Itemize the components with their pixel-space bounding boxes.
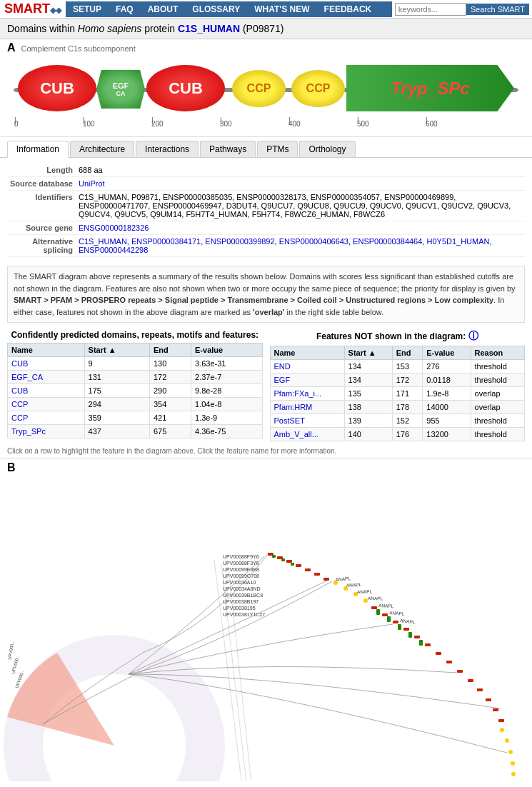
conf-name-link[interactable]: CUB — [11, 359, 28, 368]
conf-table-row[interactable]: CCP2943541.04e-8 — [8, 398, 263, 411]
tab-ptms[interactable]: PTMs — [257, 141, 298, 157]
svg-point-39 — [511, 761, 515, 766]
search-button[interactable]: Search SMART — [466, 4, 529, 15]
ns-table-row[interactable]: END134153276threshold — [270, 360, 525, 374]
ns-name-link[interactable]: Pfam:FXa_i... — [274, 389, 322, 398]
ns-name-link[interactable]: END — [274, 362, 291, 371]
ns-name-link[interactable]: Amb_V_all... — [274, 430, 318, 438]
tab-information[interactable]: Information — [7, 141, 69, 158]
domain-ccp2[interactable]: CCP — [291, 70, 345, 107]
nav-setup[interactable]: SETUP — [66, 1, 109, 17]
section-b-label: B — [7, 461, 16, 474]
alt-splicing-link-3[interactable]: ENSP00000406643 — [279, 237, 348, 246]
ns-end: 171 — [392, 387, 423, 401]
ns-table-row[interactable]: EGF1341720.0118threshold — [270, 374, 525, 387]
svg-rect-21 — [414, 636, 420, 638]
ns-evalue: 0.0118 — [423, 374, 471, 387]
ns-header-name[interactable]: Name — [270, 346, 344, 360]
conf-table-row[interactable]: EGF_CA1311722.37e-7 — [8, 371, 263, 384]
ns-table-row[interactable]: Pfam:HRM13817814000overlap — [270, 401, 525, 414]
confidently-table: Confidently predicted domains, repeats, … — [7, 330, 263, 441]
phylo-labels-group: UPV00088F9Y6 UPV00088F3Y8 UPV00099E8B8 U… — [223, 554, 265, 617]
conf-header-name[interactable]: Name — [8, 344, 85, 357]
svg-rect-34 — [408, 632, 412, 638]
backbone-arrow-right — [515, 88, 519, 92]
conf-header-end[interactable]: End — [149, 344, 191, 357]
domain-track: CUB EGF CA CUB CCP CCP Tryp_SPc — [7, 61, 525, 119]
source-db-link[interactable]: UniProt — [79, 179, 105, 188]
conf-start: 175 — [84, 384, 149, 398]
tick-0: 0 — [14, 120, 19, 128]
domain-egf[interactable]: EGF CA — [96, 70, 145, 109]
alt-splicing-link-5[interactable]: H0Y5D1_HUMAN — [426, 237, 489, 246]
svg-text:ANAPL: ANAPL — [389, 610, 405, 616]
nav-faq[interactable]: FAQ — [109, 1, 141, 17]
tab-architecture[interactable]: Architecture — [70, 141, 134, 157]
not-shown-table-body: END134153276thresholdEGF1341720.0118thre… — [270, 360, 525, 441]
source-db-value: UniProt — [79, 179, 525, 188]
svg-text:ANAPL: ANAPL — [378, 603, 394, 608]
svg-text:ANAPL: ANAPL — [335, 576, 351, 582]
conf-name-link[interactable]: CUB — [11, 386, 28, 395]
ns-header-reason[interactable]: Reason — [471, 346, 524, 360]
ns-end: 178 — [392, 401, 423, 414]
domain-cub1[interactable]: CUB — [18, 65, 96, 111]
domain-ccp1-label: CCP — [247, 82, 271, 95]
svg-point-38 — [508, 750, 513, 754]
ns-evalue: 276 — [423, 360, 471, 374]
ns-header-start[interactable]: Start ▲ — [344, 346, 392, 360]
ns-header-end[interactable]: End — [392, 346, 423, 360]
svg-text:ANAPL: ANAPL — [346, 582, 362, 588]
conf-table-row[interactable]: CUB1752909.8e-28 — [8, 384, 263, 398]
tab-orthology[interactable]: Orthology — [299, 141, 355, 157]
domain-ccp1[interactable]: CCP — [232, 70, 286, 107]
tab-pathways[interactable]: Pathways — [200, 141, 256, 157]
svg-rect-31 — [376, 609, 380, 615]
svg-rect-10 — [272, 555, 276, 558]
ns-name-link[interactable]: EGF — [274, 376, 291, 384]
ns-name-link[interactable]: Pfam:HRM — [274, 403, 313, 411]
ns-name-link[interactable]: PostSET — [274, 416, 305, 425]
ns-start: 139 — [344, 414, 392, 428]
domain-tryp[interactable]: Tryp_SPc — [346, 65, 514, 111]
info-row-alt-splicing: Alternative splicing C1S_HUMAN, ENSP0000… — [7, 235, 525, 257]
nav-feedback[interactable]: FEEDBACK — [317, 1, 379, 17]
ns-reason: threshold — [471, 374, 524, 387]
ns-table-row[interactable]: Amb_V_all...14017613200threshold — [270, 428, 525, 441]
alt-splicing-link-4[interactable]: ENSP00000384464 — [353, 237, 422, 246]
nav-whatsnew[interactable]: WHAT'S NEW — [247, 1, 316, 17]
conf-evalue: 9.8e-28 — [191, 384, 262, 398]
svg-rect-32 — [387, 616, 391, 622]
ns-header-evalue[interactable]: E-value — [423, 346, 471, 360]
phylo-label-10: UPV000381Y1C27 — [223, 612, 265, 617]
conf-name-link[interactable]: CCP — [11, 400, 28, 408]
ns-table-row[interactable]: PostSET139152955threshold — [270, 414, 525, 428]
alt-splicing-link-1[interactable]: ENSP00000384171 — [131, 237, 201, 246]
title-protein-link[interactable]: C1S_HUMAN — [178, 23, 240, 34]
conf-header-evalue[interactable]: E-value — [191, 344, 262, 357]
conf-table-row[interactable]: CUB91303.63e-31 — [8, 357, 263, 371]
source-gene-link[interactable]: ENSG00000182326 — [79, 224, 149, 232]
conf-name-link[interactable]: CCP — [11, 413, 28, 422]
ns-table-row[interactable]: Pfam:FXa_i...1351711.9e-8overlap — [270, 387, 525, 401]
conf-end: 354 — [149, 398, 191, 411]
nav-glossary[interactable]: GLOSSARY — [185, 1, 247, 17]
phylo-label-7: UPV00039B1BC8 — [223, 593, 263, 598]
search-input[interactable] — [395, 3, 466, 16]
alt-splicing-link-0[interactable]: C1S_HUMAN — [79, 237, 127, 246]
confidently-table-title: Confidently predicted domains, repeats, … — [7, 330, 263, 340]
conf-start: 437 — [84, 425, 149, 438]
nav-about[interactable]: ABOUT — [141, 1, 186, 17]
svg-point-37 — [505, 738, 509, 743]
alt-splicing-link-6[interactable]: ENSP00000442298 — [79, 246, 148, 254]
domain-cub2[interactable]: CUB — [146, 65, 225, 111]
conf-table-row[interactable]: Tryp_SPc4376754.36e-75 — [8, 425, 263, 438]
not-shown-help-icon[interactable]: ⓘ — [468, 330, 478, 341]
alt-splicing-link-2[interactable]: ENSP00000399892 — [205, 237, 274, 246]
conf-table-row[interactable]: CCP3594211.3e-9 — [8, 411, 263, 425]
conf-name-link[interactable]: Tryp_SPc — [11, 427, 46, 436]
svg-text:ANAPL: ANAPL — [400, 618, 416, 625]
tab-interactions[interactable]: Interactions — [136, 141, 199, 157]
conf-header-start[interactable]: Start ▲ — [84, 344, 149, 357]
conf-name-link[interactable]: EGF_CA — [11, 373, 43, 381]
